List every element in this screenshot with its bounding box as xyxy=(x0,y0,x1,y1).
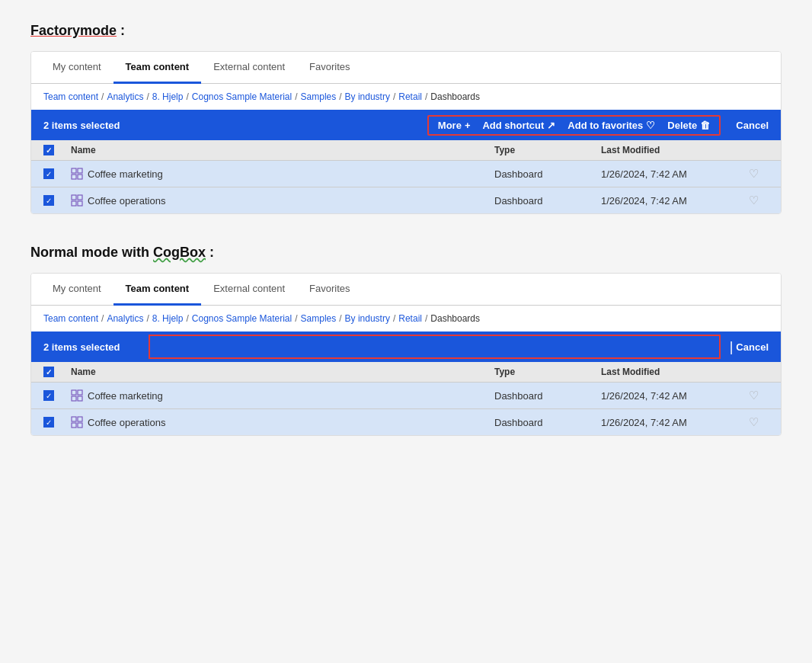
shortcut-icon: ↗ xyxy=(547,120,555,131)
sep2-5: / xyxy=(339,313,341,324)
sep4: / xyxy=(295,91,297,102)
header-checkbox-2[interactable]: ✓ xyxy=(43,367,54,377)
row2-favorite[interactable]: ♡ xyxy=(738,194,769,207)
svg-rect-5 xyxy=(78,195,82,200)
sep2-3: / xyxy=(186,313,188,324)
breadcrumb-analytics-1[interactable]: Analytics xyxy=(107,91,143,102)
dashboard-icon-2 xyxy=(71,194,83,207)
tab-favorites-1[interactable]: Favorites xyxy=(297,52,362,84)
more-button-1[interactable]: More + xyxy=(438,120,471,131)
breadcrumb-hjelp-2[interactable]: 8. Hjelp xyxy=(152,313,184,324)
tab-my-content-1[interactable]: My content xyxy=(40,52,113,84)
add-to-favorites-button-1[interactable]: Add to favorites ♡ xyxy=(567,120,655,131)
col-type-header-2: Type xyxy=(494,367,601,377)
breadcrumb-team-content-1[interactable]: Team content xyxy=(43,91,98,102)
row2-name[interactable]: Coffee operations xyxy=(71,194,494,207)
breadcrumb-hjelp-1[interactable]: 8. Hjelp xyxy=(152,91,184,102)
tab-team-content-1[interactable]: Team content xyxy=(113,52,202,84)
svg-rect-8 xyxy=(72,390,76,395)
col-modified-header-1: Last Modified xyxy=(601,145,738,155)
add-to-favorites-label-1: Add to favorites xyxy=(567,120,643,131)
col-check-1: ✓ xyxy=(43,145,71,155)
row1-name-text: Coffee marketing xyxy=(88,168,163,180)
breadcrumb-2: Team content / Analytics / 8. Hjelp / Co… xyxy=(31,306,781,332)
factorymode-title-text: Factorymode : xyxy=(30,23,125,38)
delete-button-1[interactable]: Delete 🗑 xyxy=(667,120,710,131)
breadcrumb-samples-2[interactable]: Samples xyxy=(301,313,337,324)
svg-rect-13 xyxy=(78,417,82,421)
row3-type: Dashboard xyxy=(494,390,601,402)
tab-team-content-2[interactable]: Team content xyxy=(113,274,202,306)
breadcrumb-retail-1[interactable]: Retail xyxy=(398,91,422,102)
col-name-header-1: Name xyxy=(71,145,494,155)
add-shortcut-button-1[interactable]: Add shortcut ↗ xyxy=(482,120,555,131)
normalmode-title-text: Normal mode with CogBox : xyxy=(30,245,214,260)
svg-rect-4 xyxy=(72,195,76,200)
col-check-2: ✓ xyxy=(43,367,71,377)
add-shortcut-label-1: Add shortcut xyxy=(482,120,544,131)
cancel-button-1[interactable]: Cancel xyxy=(736,120,769,131)
col-fav-header-1 xyxy=(738,145,769,155)
row2-type: Dashboard xyxy=(494,195,601,207)
normalmode-section: Normal mode with CogBox : My content Tea… xyxy=(30,245,782,436)
row1-checkbox[interactable]: ✓ xyxy=(43,168,54,179)
toolbar-2: 2 items selected | Cancel xyxy=(31,332,781,362)
sep2-4: / xyxy=(295,313,297,324)
row2-checkbox[interactable]: ✓ xyxy=(43,195,54,206)
row3-favorite[interactable]: ♡ xyxy=(738,389,769,402)
sep5: / xyxy=(339,91,341,102)
more-plus-icon: + xyxy=(465,120,471,131)
row1-favorite[interactable]: ♡ xyxy=(738,167,769,181)
breadcrumb-1: Team content / Analytics / 8. Hjelp / Co… xyxy=(31,84,781,110)
row4-name-text: Coffee operations xyxy=(88,417,165,428)
tab-external-content-1[interactable]: External content xyxy=(201,52,297,84)
row1-check: ✓ xyxy=(43,168,71,179)
breadcrumb-analytics-2[interactable]: Analytics xyxy=(107,313,143,324)
breadcrumb-cognos-2[interactable]: Cognos Sample Material xyxy=(192,313,292,324)
row3-name-text: Coffee marketing xyxy=(88,390,163,402)
table-header-2: ✓ Name Type Last Modified xyxy=(31,362,781,383)
table-row: ✓ Coffee operations Dashboard 1/26/2024,… xyxy=(31,187,781,213)
row3-modified: 1/26/2024, 7:42 AM xyxy=(601,390,738,402)
table-header-1: ✓ Name Type Last Modified xyxy=(31,140,781,161)
breadcrumb-samples-1[interactable]: Samples xyxy=(301,91,337,102)
breadcrumb-retail-2[interactable]: Retail xyxy=(398,313,422,324)
row3-checkbox[interactable]: ✓ xyxy=(43,390,54,401)
trash-icon: 🗑 xyxy=(700,120,710,131)
header-checkbox-1[interactable]: ✓ xyxy=(43,145,54,155)
breadcrumb-byindustry-2[interactable]: By industry xyxy=(345,313,390,324)
row4-name[interactable]: Coffee operations xyxy=(71,416,494,428)
svg-rect-2 xyxy=(72,175,76,179)
row3-check: ✓ xyxy=(43,390,71,401)
breadcrumb-dashboards-2: Dashboards xyxy=(430,313,480,324)
table-row: ✓ Coffee operations Dashboard 1/26/2024,… xyxy=(31,409,781,435)
toolbar-actions-1: More + Add shortcut ↗ Add to favorites ♡… xyxy=(427,115,721,136)
col-modified-header-2: Last Modified xyxy=(601,367,738,377)
tab-bar-2: My content Team content External content… xyxy=(31,274,781,306)
breadcrumb-byindustry-1[interactable]: By industry xyxy=(345,91,390,102)
row4-checkbox[interactable]: ✓ xyxy=(43,417,54,428)
breadcrumb-team-content-2[interactable]: Team content xyxy=(43,313,98,324)
sep7: / xyxy=(425,91,427,102)
col-name-header-2: Name xyxy=(71,367,494,377)
tab-external-content-2[interactable]: External content xyxy=(201,274,297,306)
breadcrumb-dashboards-1: Dashboards xyxy=(430,91,480,102)
row4-type: Dashboard xyxy=(494,417,601,428)
row1-name[interactable]: Coffee marketing xyxy=(71,168,494,180)
tab-my-content-2[interactable]: My content xyxy=(40,274,113,306)
sep2-2: / xyxy=(146,313,149,324)
panel-normalmode: My content Team content External content… xyxy=(30,273,782,436)
toolbar-1: 2 items selected More + Add shortcut ↗ A… xyxy=(31,110,781,140)
dashboard-icon-4 xyxy=(71,416,83,428)
tab-favorites-2[interactable]: Favorites xyxy=(297,274,362,306)
breadcrumb-cognos-1[interactable]: Cognos Sample Material xyxy=(192,91,292,102)
row2-modified: 1/26/2024, 7:42 AM xyxy=(601,195,738,207)
row4-modified: 1/26/2024, 7:42 AM xyxy=(601,417,738,428)
col-fav-header-2 xyxy=(738,367,769,377)
sep1: / xyxy=(101,91,104,102)
tab-bar-1: My content Team content External content… xyxy=(31,52,781,84)
svg-rect-12 xyxy=(72,417,76,421)
cancel-button-2[interactable]: Cancel xyxy=(736,341,769,353)
row4-favorite[interactable]: ♡ xyxy=(738,415,769,429)
row3-name[interactable]: Coffee marketing xyxy=(71,389,494,402)
